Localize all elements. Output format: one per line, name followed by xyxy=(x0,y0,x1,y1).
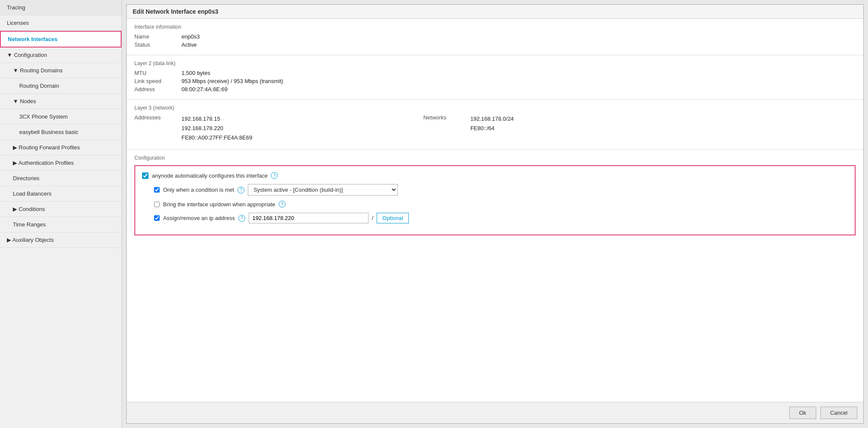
condition-label: Only when a condition is met xyxy=(163,187,234,193)
layer3-section: Layer 3 (network) Addresses 192.168.178.… xyxy=(127,100,863,150)
addr-0: 192.168.178.15 xyxy=(181,116,220,122)
networks-values: 192.168.178.0/24 FE80::/64 xyxy=(470,114,514,133)
config-box: anynode automatically configures this in… xyxy=(134,165,856,235)
info-row-name: Name enp0s3 xyxy=(134,33,856,40)
networks-key: Networks xyxy=(423,114,470,121)
bring-up-help-icon[interactable]: ? xyxy=(279,201,285,208)
sidebar-item-configuration[interactable]: ▼ Configuration xyxy=(0,48,122,63)
layer2-label: Layer 2 (data link) xyxy=(134,60,856,66)
sidebar: TracingLicensesNetwork Interfaces▼ Confi… xyxy=(0,0,122,428)
info-row-addresses: Addresses 192.168.178.15 192.168.178.220… xyxy=(134,114,856,143)
sidebar-item-directories[interactable]: Directories xyxy=(0,171,122,186)
linkspeed-value: 953 Mbps (receive) / 953 Mbps (transmit) xyxy=(181,78,283,84)
condition-select[interactable]: System active - [Condition (build-in)] xyxy=(248,184,398,196)
layer2-section: Layer 2 (data link) MTU 1,500 bytes Link… xyxy=(127,55,863,100)
linkspeed-key: Link speed xyxy=(134,78,181,84)
sidebar-item-routing-domain[interactable]: Routing Domain xyxy=(0,78,122,94)
layer3-label: Layer 3 (network) xyxy=(134,105,856,111)
dialog-title: Edit Network Interface enp0s3 xyxy=(127,5,863,19)
sidebar-item-nodes[interactable]: ▼ Nodes xyxy=(0,94,122,109)
dialog-body: Interface information Name enp0s3 Status… xyxy=(127,19,863,402)
sidebar-item-auxiliary-objects[interactable]: ▶ Auxiliary Objects xyxy=(0,232,122,248)
bring-up-row: Bring the interface up/down when appropr… xyxy=(154,201,848,208)
ip-address-checkbox[interactable] xyxy=(154,215,160,221)
auto-configure-row: anynode automatically configures this in… xyxy=(142,172,848,179)
sidebar-item-routing-forward-profiles[interactable]: ▶ Routing Forward Profiles xyxy=(0,140,122,155)
sidebar-item-3cx-phone[interactable]: 3CX Phone System xyxy=(0,109,122,125)
sidebar-item-routing-domains[interactable]: ▼ Routing Domains xyxy=(0,63,122,78)
info-row-linkspeed: Link speed 953 Mbps (receive) / 953 Mbps… xyxy=(134,78,856,84)
sidebar-item-tracing[interactable]: Tracing xyxy=(0,0,122,15)
address-l2-value: 08:00:27:4A:8E:69 xyxy=(181,86,228,92)
interface-info-label: Interface information xyxy=(134,24,856,30)
net-0: 192.168.178.0/24 xyxy=(470,116,514,122)
main-content: Edit Network Interface enp0s3 Interface … xyxy=(122,0,868,428)
name-key: Name xyxy=(134,33,181,40)
ok-button[interactable]: Ok xyxy=(789,407,816,419)
ip-address-label: Assign/remove an ip address xyxy=(163,215,235,221)
ip-address-row: Assign/remove an ip address ? / Optional xyxy=(154,213,848,223)
condition-checkbox[interactable] xyxy=(154,187,160,193)
cancel-button[interactable]: Cancel xyxy=(820,407,857,419)
addr-1: 192.168.178.220 xyxy=(181,125,223,131)
mtu-key: MTU xyxy=(134,70,181,76)
status-value: Active xyxy=(181,42,196,48)
condition-help-icon[interactable]: ? xyxy=(238,187,244,193)
name-value: enp0s3 xyxy=(181,33,200,40)
configuration-section: Configuration anynode automatically conf… xyxy=(127,150,863,241)
sidebar-item-licenses[interactable]: Licenses xyxy=(0,15,122,31)
config-label: Configuration xyxy=(134,155,856,161)
addresses-values: 192.168.178.15 192.168.178.220 FE80::A00… xyxy=(181,114,252,143)
bring-up-label: Bring the interface up/down when appropr… xyxy=(163,201,275,208)
interface-info-section: Interface information Name enp0s3 Status… xyxy=(127,19,863,55)
addr-2: FE80::A00:27FF:FE4A:8E69 xyxy=(181,134,252,141)
status-key: Status xyxy=(134,42,181,48)
sidebar-item-easybell[interactable]: easybell Business basic xyxy=(0,125,122,140)
sidebar-item-time-ranges[interactable]: Time Ranges xyxy=(0,217,122,232)
condition-row: Only when a condition is met ? System ac… xyxy=(154,184,848,196)
info-row-address-l2: Address 08:00:27:4A:8E:69 xyxy=(134,86,856,92)
ip-address-help-icon[interactable]: ? xyxy=(238,215,245,222)
sidebar-item-conditions[interactable]: ▶ Conditions xyxy=(0,202,122,217)
addresses-key: Addresses xyxy=(134,114,181,121)
auto-configure-checkbox[interactable] xyxy=(142,172,149,179)
bring-up-checkbox[interactable] xyxy=(154,202,160,207)
mtu-value: 1,500 bytes xyxy=(181,70,210,76)
info-row-mtu: MTU 1,500 bytes xyxy=(134,70,856,76)
sidebar-item-network-interfaces[interactable]: Network Interfaces xyxy=(0,31,122,48)
optional-button[interactable]: Optional xyxy=(377,213,408,223)
dialog: Edit Network Interface enp0s3 Interface … xyxy=(126,4,864,424)
auto-configure-help-icon[interactable]: ? xyxy=(271,172,278,179)
address-l2-key: Address xyxy=(134,86,181,92)
dialog-footer: Ok Cancel xyxy=(127,402,863,423)
slash-separator: / xyxy=(372,215,374,221)
ip-address-input[interactable] xyxy=(249,213,369,223)
info-row-status: Status Active xyxy=(134,42,856,48)
auto-configure-label: anynode automatically configures this in… xyxy=(152,172,268,179)
sidebar-item-load-balancers[interactable]: Load Balancers xyxy=(0,186,122,202)
net-1: FE80::/64 xyxy=(470,125,494,131)
sidebar-item-authentication-profiles[interactable]: ▶ Authentication Profiles xyxy=(0,155,122,171)
